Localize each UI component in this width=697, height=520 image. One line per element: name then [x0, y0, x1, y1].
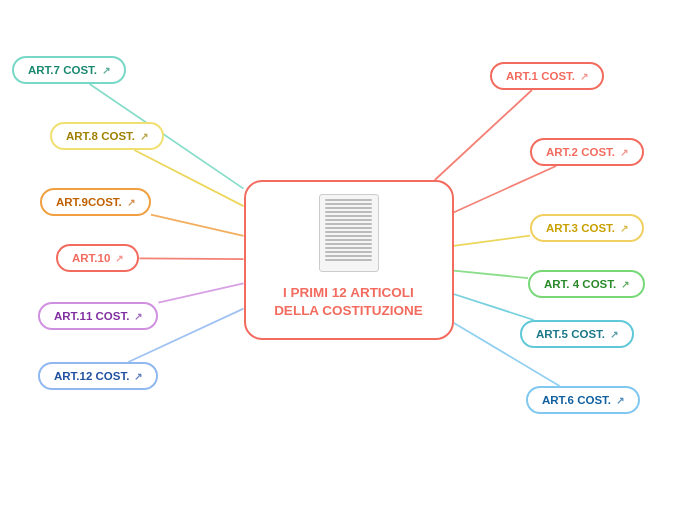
external-link-icon: ↗	[127, 197, 135, 208]
node-art11[interactable]: ART.11 COST. ↗	[38, 302, 158, 330]
center-node[interactable]: I PRIMI 12 ARTICOLI DELLA COSTITUZIONE	[244, 180, 454, 340]
node-art8[interactable]: ART.8 COST. ↗	[50, 122, 164, 150]
external-link-icon: ↗	[115, 253, 123, 264]
external-link-icon: ↗	[610, 329, 618, 340]
center-title: I PRIMI 12 ARTICOLI DELLA COSTITUZIONE	[274, 284, 423, 320]
document-thumbnail	[319, 194, 379, 272]
node-art5[interactable]: ART.5 COST. ↗	[520, 320, 634, 348]
node-art4[interactable]: ART. 4 COST. ↗	[528, 270, 645, 298]
external-link-icon: ↗	[140, 131, 148, 142]
mindmap-canvas: I PRIMI 12 ARTICOLI DELLA COSTITUZIONE A…	[0, 0, 697, 520]
node-art9[interactable]: ART.9COST. ↗	[40, 188, 151, 216]
node-art1[interactable]: ART.1 COST. ↗	[490, 62, 604, 90]
external-link-icon: ↗	[616, 395, 624, 406]
node-art12[interactable]: ART.12 COST. ↗	[38, 362, 158, 390]
external-link-icon: ↗	[134, 371, 142, 382]
external-link-icon: ↗	[620, 223, 628, 234]
node-art7[interactable]: ART.7 COST. ↗	[12, 56, 126, 84]
node-art6[interactable]: ART.6 COST. ↗	[526, 386, 640, 414]
external-link-icon: ↗	[134, 311, 142, 322]
node-art10[interactable]: ART.10 ↗	[56, 244, 139, 272]
external-link-icon: ↗	[620, 147, 628, 158]
node-art3[interactable]: ART.3 COST. ↗	[530, 214, 644, 242]
node-art2[interactable]: ART.2 COST. ↗	[530, 138, 644, 166]
external-link-icon: ↗	[102, 65, 110, 76]
external-link-icon: ↗	[580, 71, 588, 82]
external-link-icon: ↗	[621, 279, 629, 290]
